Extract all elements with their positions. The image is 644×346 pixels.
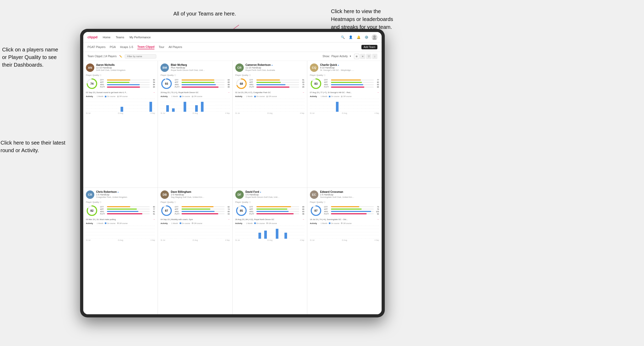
stat-bar (331, 206, 359, 207)
player-card[interactable]: AN Aaron Nicholls 11-15 Handicap Drift G… (83, 61, 158, 188)
last-round[interactable]: 18 Jul 23 | 74 (+4), Sunningdale GC - Ol… (310, 218, 379, 221)
search-icon[interactable]: 🔍 (340, 35, 345, 40)
player-name[interactable]: Aaron Nicholls (96, 63, 155, 66)
last-round[interactable]: 26 Aug 23 | 84 (+12), Royal North Devon … (235, 218, 304, 221)
quality-circle[interactable]: 74 (86, 78, 98, 90)
last-round-text: 03 Mar 23 | 19, Must make putting (86, 218, 152, 221)
tab-pga[interactable]: PGA (110, 45, 116, 49)
nav-item-home[interactable]: Home (103, 36, 110, 39)
player-name[interactable]: Charlie Quick ● (320, 63, 379, 66)
stat-row: OTT 89 (250, 206, 304, 208)
show-option[interactable]: Player Activity (331, 55, 348, 58)
activity-period[interactable]: 1 Month (246, 222, 253, 224)
stat-bar (107, 206, 130, 207)
chevron-down-icon[interactable]: ▼ (349, 55, 351, 57)
quality-circle[interactable]: 87 (310, 205, 322, 217)
quality-circle[interactable]: 83 (310, 78, 322, 90)
chart-label-end: 4 Sep (300, 112, 304, 114)
bell-icon[interactable]: 🔔 (356, 35, 361, 40)
quality-circle[interactable]: 85 (235, 205, 247, 217)
player-name[interactable]: Cameron Robertson ● (246, 63, 304, 66)
player-club: Royal North Devon Golf Club, United Kin.… (171, 69, 205, 71)
player-card[interactable]: DF David Ford ● 1-5 Handicap Royal North… (233, 188, 307, 315)
activity-period[interactable]: 1 Month (97, 222, 103, 224)
activity-period[interactable]: 1 Month (321, 222, 327, 224)
stat-bar (181, 209, 210, 210)
grid-view-icon[interactable]: ⊞ (354, 54, 359, 59)
player-card[interactable]: EC Edward Crossman 1-5 Handicap Sunningd… (307, 188, 382, 315)
stat-bar-bg (107, 213, 150, 214)
tab-all-players[interactable]: All Players (169, 45, 182, 49)
stat-name: OTT (324, 206, 330, 208)
activity-dot: · (95, 222, 95, 224)
player-name[interactable]: Blair McHarg (171, 63, 230, 66)
profile-icon[interactable]: 👤 (348, 35, 353, 40)
stat-val: 84 (226, 79, 230, 81)
settings-icon[interactable]: ⚙️ (364, 35, 369, 40)
player-card[interactable]: DB Dave Billingham 1-5 Handicap Sag Magi… (158, 188, 232, 315)
player-header: BM Blair McHarg Plus Handicap Royal Nort… (160, 63, 230, 72)
filter-icon[interactable]: ▽ (366, 54, 371, 59)
player-card[interactable]: CR Cameron Robertson ● 11-15 Handicap Ro… (233, 61, 307, 188)
chart-label-start: 31 Jul (160, 239, 165, 241)
legend-on-course: On course (254, 95, 265, 97)
activity-period[interactable]: 1 Month (321, 95, 327, 97)
last-round-text: 02 Sep 23 | Sunset round to get back int… (86, 91, 152, 94)
activity-legend: On course Off course (329, 222, 351, 224)
tab-pgat[interactable]: PGAT Players (87, 45, 106, 49)
activity-period[interactable]: 1 Month (246, 95, 253, 97)
edit-icon[interactable]: ✏️ (119, 55, 122, 58)
player-club: Craigmillar Park, United Kingdom (96, 196, 130, 198)
chart-label-mid: 21 Aug (267, 239, 272, 241)
activity-period[interactable]: 1 Month (171, 95, 178, 97)
tab-tour[interactable]: Tour (159, 45, 164, 49)
quality-circle[interactable]: 68 (235, 78, 247, 90)
add-team-button[interactable]: Add Team (361, 45, 377, 49)
nav-item-performance[interactable]: My Performance (129, 36, 151, 39)
tab-team-clippd[interactable]: Team Clippd (137, 45, 154, 49)
last-round-arrow[interactable]: → (302, 218, 304, 221)
filter-search-input[interactable] (125, 54, 156, 58)
stat-val: 83 (375, 84, 379, 86)
sort-icon[interactable]: ↕ (372, 54, 377, 59)
player-name[interactable]: David Ford ● (246, 190, 304, 193)
quality-circle[interactable]: 82 (86, 205, 98, 217)
activity-period[interactable]: 1 Month (171, 222, 178, 224)
last-round-arrow[interactable]: → (153, 218, 155, 221)
list-view-icon[interactable]: ≡ (360, 54, 365, 59)
player-card[interactable]: CR Chris Robertson ● 1-5 Handicap Craigm… (83, 188, 158, 315)
last-round-arrow[interactable]: → (377, 218, 379, 221)
quality-circle[interactable]: 93 (160, 78, 173, 90)
nav-item-teams[interactable]: Teams (116, 36, 124, 39)
tab-hcaps[interactable]: Hcaps 1-5 (120, 45, 133, 49)
activity-period[interactable]: 1 Month (97, 95, 103, 97)
stat-row: PUTT 94 (175, 213, 230, 215)
last-round-arrow[interactable]: → (377, 91, 379, 94)
last-round[interactable]: 04 Sep 23 | Mobility with coach, Gym → (160, 218, 230, 221)
last-round[interactable]: 03 Mar 23 | 19, Must make putting → (86, 218, 155, 221)
last-round-arrow[interactable]: → (153, 91, 155, 94)
last-round[interactable]: 02 Jul 23 | 59 (+17), Craigmillar Park G… (235, 91, 304, 94)
player-card[interactable]: CQ Charlie Quick ● 6-10 Handicap St. Geo… (307, 61, 382, 188)
avatar-icon[interactable] (372, 34, 377, 40)
quality-circle[interactable]: 87 (160, 205, 173, 217)
player-name[interactable]: Edward Crossman (320, 190, 379, 193)
player-info: Edward Crossman 1-5 Handicap Sunningdale… (320, 190, 379, 198)
player-name[interactable]: Chris Robertson ● (96, 190, 155, 193)
last-round-arrow[interactable]: → (302, 91, 304, 94)
stat-row: PUTT 92 (324, 213, 379, 215)
stat-bar-bg (256, 87, 299, 88)
stat-bar (256, 211, 289, 212)
player-name[interactable]: Dave Billingham (171, 190, 230, 193)
player-card[interactable]: BM Blair McHarg Plus Handicap Royal Nort… (158, 61, 232, 188)
last-round-arrow[interactable]: → (228, 218, 230, 221)
last-round[interactable]: 07 Aug 23 | 77 (+7), St George's Hill GC… (310, 91, 379, 94)
player-header: DB Dave Billingham 1-5 Handicap Sag Magi… (160, 190, 230, 199)
last-round-arrow[interactable]: → (228, 91, 230, 94)
stat-name: ARG (324, 84, 330, 86)
legend-dot-on (105, 96, 106, 97)
last-round[interactable]: 26 Aug 23 | 73 (+1), Royal North Devon G… (160, 91, 230, 94)
last-round[interactable]: 02 Sep 23 | Sunset round to get back int… (86, 91, 155, 94)
stat-val: 91 (151, 213, 155, 215)
chart-bar (201, 102, 204, 112)
